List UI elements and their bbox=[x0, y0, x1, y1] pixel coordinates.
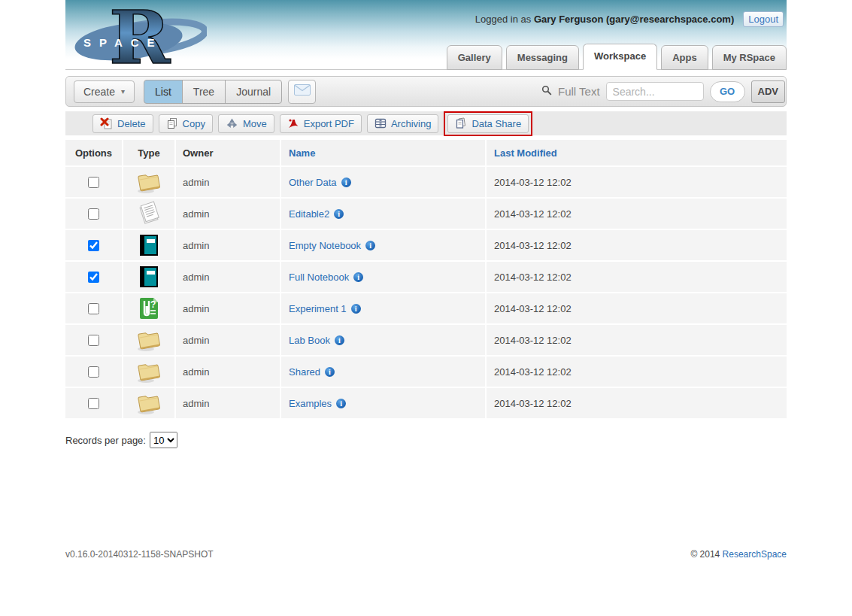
tab-bar: GalleryMessagingWorkspaceAppsMy RSpace bbox=[447, 44, 787, 70]
version-text: v0.16.0-20140312-1158-SNAPSHOT bbox=[65, 549, 214, 560]
info-icon[interactable]: i bbox=[353, 272, 363, 282]
row-checkbox[interactable] bbox=[88, 398, 99, 409]
type-cell bbox=[123, 357, 174, 387]
type-cell bbox=[123, 325, 174, 355]
record-name-link[interactable]: Lab Booki bbox=[289, 335, 344, 346]
name-cell: Other Datai bbox=[281, 167, 485, 197]
action-bar: DeleteCopyMoveExport PDFArchivingData Sh… bbox=[65, 111, 787, 135]
folder-icon bbox=[135, 390, 162, 416]
go-button[interactable]: GO bbox=[710, 81, 745, 102]
row-checkbox[interactable] bbox=[88, 272, 99, 283]
owner-cell: admin bbox=[176, 167, 280, 197]
record-name-link[interactable]: Sharedi bbox=[289, 366, 335, 378]
info-icon[interactable]: i bbox=[335, 335, 344, 345]
archiving-button-label: Archiving bbox=[391, 118, 431, 129]
options-cell bbox=[65, 230, 122, 260]
info-icon[interactable]: i bbox=[341, 178, 351, 187]
list-view-button[interactable]: List bbox=[144, 80, 183, 104]
options-cell bbox=[65, 262, 122, 292]
full-text-label: Full Text bbox=[558, 85, 600, 98]
create-button[interactable]: Create ▾ bbox=[74, 80, 135, 103]
tab-workspace[interactable]: Workspace bbox=[583, 44, 657, 70]
tab-gallery[interactable]: Gallery bbox=[447, 45, 502, 70]
search-input[interactable] bbox=[606, 82, 704, 101]
svg-text:?: ? bbox=[150, 299, 156, 310]
owner-cell: admin bbox=[176, 230, 280, 260]
row-checkbox[interactable] bbox=[88, 177, 99, 188]
info-icon[interactable]: i bbox=[336, 399, 346, 408]
type-cell bbox=[123, 167, 174, 197]
column-header-name[interactable]: Name bbox=[281, 140, 485, 165]
options-cell bbox=[65, 325, 122, 355]
folder-icon bbox=[135, 327, 162, 353]
export-pdf-button[interactable]: Export PDF bbox=[280, 114, 362, 133]
record-name-link[interactable]: Empty Notebooki bbox=[289, 240, 375, 251]
copyright-text: © 2014 ResearchSpace bbox=[690, 549, 787, 560]
last-modified-cell: 2014-03-12 12:02 bbox=[487, 357, 787, 387]
search-area: Full Text GO ADV bbox=[541, 80, 782, 103]
table-row: adminFull Notebooki2014-03-12 12:02 bbox=[65, 262, 787, 292]
row-checkbox[interactable] bbox=[88, 366, 99, 378]
name-cell: Experiment 1i bbox=[281, 293, 485, 323]
options-cell bbox=[65, 199, 122, 229]
tab-my-rspace[interactable]: My RSpace bbox=[712, 45, 787, 70]
table-row: adminEditable2i2014-03-12 12:02 bbox=[65, 199, 787, 229]
column-header-type: Type bbox=[123, 140, 174, 165]
info-icon[interactable]: i bbox=[365, 241, 375, 250]
owner-cell: admin bbox=[176, 262, 280, 292]
login-prefix: Logged in as bbox=[475, 14, 534, 25]
chevron-down-icon: ▾ bbox=[121, 87, 125, 96]
svg-text:SPACE: SPACE bbox=[83, 36, 163, 49]
record-name-link[interactable]: Other Datai bbox=[289, 177, 351, 188]
tab-apps[interactable]: Apps bbox=[661, 45, 708, 70]
records-per-page-select[interactable]: 10 bbox=[150, 432, 177, 448]
column-header-last-modified[interactable]: Last Modified bbox=[487, 140, 787, 165]
journal-view-button[interactable]: Journal bbox=[225, 80, 282, 104]
type-cell: ? bbox=[123, 293, 174, 323]
delete-button-label: Delete bbox=[117, 118, 146, 129]
record-name-link[interactable]: Editable2i bbox=[289, 208, 344, 220]
login-area: Logged in as Gary Ferguson (gary@researc… bbox=[475, 11, 784, 27]
tab-messaging[interactable]: Messaging bbox=[506, 45, 579, 70]
record-name-link[interactable]: Full Notebooki bbox=[289, 272, 363, 283]
pagination: Records per page: 10 bbox=[65, 432, 787, 448]
info-icon[interactable]: i bbox=[325, 367, 335, 377]
name-cell: Examplesi bbox=[281, 388, 485, 418]
delete-button[interactable]: Delete bbox=[92, 114, 153, 133]
move-button[interactable]: Move bbox=[218, 114, 274, 133]
adv-button[interactable]: ADV bbox=[751, 80, 785, 103]
data-share-button[interactable]: Data Share bbox=[447, 114, 529, 133]
info-icon[interactable]: i bbox=[334, 209, 344, 219]
row-checkbox[interactable] bbox=[88, 335, 99, 346]
view-toggle: ListTreeJournal bbox=[144, 80, 282, 104]
highlight-annotation: Data Share bbox=[444, 111, 532, 136]
export-pdf-icon bbox=[287, 117, 299, 129]
move-icon bbox=[226, 118, 238, 129]
options-cell bbox=[65, 388, 122, 418]
copy-button-label: Copy bbox=[183, 118, 205, 129]
logout-button[interactable]: Logout bbox=[743, 11, 784, 27]
owner-cell: admin bbox=[176, 325, 280, 355]
tree-view-button[interactable]: Tree bbox=[182, 80, 226, 104]
data-share-icon bbox=[455, 117, 467, 129]
toolbar: Create ▾ ListTreeJournal Full Text GO AD… bbox=[65, 76, 787, 107]
row-checkbox[interactable] bbox=[88, 208, 99, 220]
records-per-page-label: Records per page: bbox=[65, 435, 146, 446]
messages-button[interactable] bbox=[288, 80, 316, 104]
owner-cell: admin bbox=[176, 388, 280, 418]
record-name-link[interactable]: Examplesi bbox=[289, 398, 346, 409]
last-modified-cell: 2014-03-12 12:02 bbox=[487, 230, 787, 260]
column-header-options: Options bbox=[65, 140, 122, 165]
folder-icon bbox=[135, 359, 162, 384]
record-name-link[interactable]: Experiment 1i bbox=[289, 303, 361, 314]
export-pdf-button-label: Export PDF bbox=[304, 118, 354, 129]
row-checkbox[interactable] bbox=[88, 303, 99, 314]
archiving-button[interactable]: Archiving bbox=[367, 114, 438, 133]
page: R SPACE Logged in as Gary Ferguson (gary… bbox=[65, 0, 787, 560]
row-checkbox[interactable] bbox=[88, 240, 99, 251]
brand-link[interactable]: ResearchSpace bbox=[723, 549, 787, 560]
copy-button[interactable]: Copy bbox=[159, 114, 213, 133]
name-cell: Empty Notebooki bbox=[281, 230, 485, 260]
info-icon[interactable]: i bbox=[351, 304, 361, 314]
rspace-logo-graphic: R SPACE bbox=[71, 0, 207, 71]
